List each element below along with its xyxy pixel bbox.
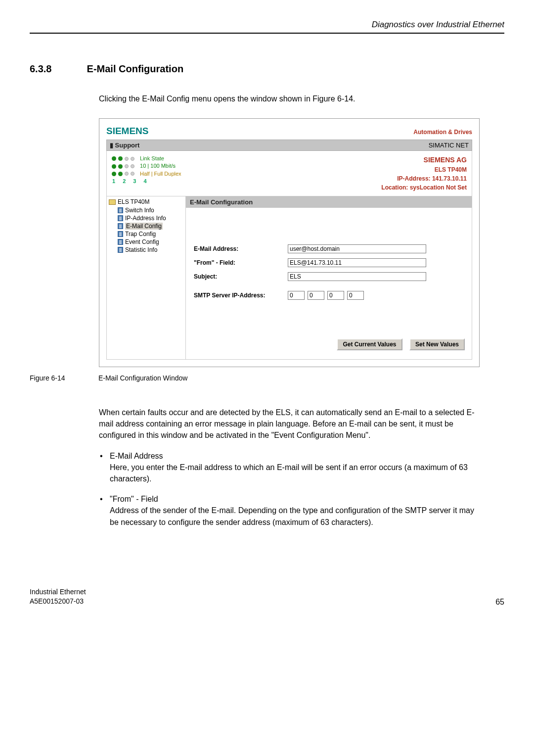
smtp-octet-2[interactable] [308, 291, 324, 300]
led-panel: Link State 10 | 100 Mbit/s Half | Full D… [112, 155, 181, 192]
device-info: SIEMENS AG ELS TP40M IP-Address: 141.73.… [381, 155, 467, 192]
section-number: 6.3.8 [30, 63, 84, 75]
tree-item-trap-config[interactable]: Trap Config [109, 230, 183, 238]
support-label: ▮ Support [110, 142, 139, 149]
page-footer: Industrial Ethernet A5E00152007-03 65 [30, 587, 504, 607]
smtp-label: SMTP Server IP-Address: [194, 292, 288, 299]
smtp-octet-3[interactable] [327, 291, 344, 300]
intro-paragraph: Clicking the E-Mail Config menu opens th… [99, 94, 504, 103]
simatic-net-label: SIMATIC NET [429, 142, 469, 149]
figure-caption: Figure 6-14 E-Mail Configuration Window [30, 374, 504, 382]
footer-line-1: Industrial Ethernet [30, 587, 86, 597]
tree-item-statistic-info[interactable]: Statistic Info [109, 246, 183, 254]
content-header: E-Mail Configuration [186, 196, 472, 208]
section-heading: 6.3.8 E-Mail Configuration [30, 63, 504, 75]
subject-label: Subject: [194, 273, 288, 280]
set-new-values-button[interactable]: Set New Values [409, 338, 465, 350]
bullet-1-text: Here, you enter the E-mail address to wh… [110, 463, 468, 483]
smtp-octet-1[interactable] [288, 291, 305, 300]
support-bar: ▮ Support SIMATIC NET [106, 140, 472, 151]
get-current-values-button[interactable]: Get Current Values [337, 338, 402, 350]
figure-number: Figure 6-14 [30, 374, 96, 382]
brand-logo: SIEMENS [106, 126, 149, 137]
bullet-email-address: E-Mail Address Here, you enter the E-mai… [99, 450, 475, 485]
bullet-2-text: Address of the sender of the E-mail. Dep… [110, 506, 474, 526]
nav-tree: ELS TP40M Switch Info IP-Address Info E-… [107, 196, 186, 359]
port-numbers: 1 2 3 4 [112, 178, 181, 185]
tree-item-email-config[interactable]: E-Mail Config [109, 222, 183, 230]
tree-item-switch-info[interactable]: Switch Info [109, 206, 183, 214]
screenshot-window: SIEMENS Automation & Drives ▮ Support SI… [99, 118, 480, 367]
subject-input[interactable] [288, 272, 426, 281]
footer-line-2: A5E00152007-03 [30, 597, 86, 607]
bullet-1-heading: E-Mail Address [110, 452, 163, 460]
bullet-2-heading: "From" - Field [110, 495, 158, 503]
tree-root[interactable]: ELS TP40M [109, 198, 183, 205]
automation-drives-link[interactable]: Automation & Drives [413, 126, 472, 137]
doc-icon [118, 223, 123, 229]
tree-item-event-config[interactable]: Event Config [109, 238, 183, 246]
email-address-input[interactable] [288, 244, 426, 253]
doc-icon [118, 247, 123, 253]
doc-icon [118, 207, 123, 213]
from-field-input[interactable] [288, 258, 426, 267]
figure-title: E-Mail Configuration Window [98, 374, 188, 382]
doc-icon [118, 215, 123, 221]
smtp-octet-4[interactable] [347, 291, 364, 300]
doc-icon [118, 239, 123, 245]
bullet-from-field: "From" - Field Address of the sender of … [99, 493, 475, 528]
folder-icon [109, 199, 116, 205]
tree-item-ip-address-info[interactable]: IP-Address Info [109, 214, 183, 222]
body-paragraph-1: When certain faults occur and are detect… [99, 407, 475, 441]
page-number: 65 [495, 598, 504, 607]
from-field-label: "From" - Field: [194, 259, 288, 266]
doc-icon [118, 231, 123, 237]
section-title: E-Mail Configuration [87, 63, 184, 74]
running-header: Diagnostics over Industrial Ethernet [30, 20, 504, 34]
email-address-label: E-Mail Address: [194, 245, 288, 252]
